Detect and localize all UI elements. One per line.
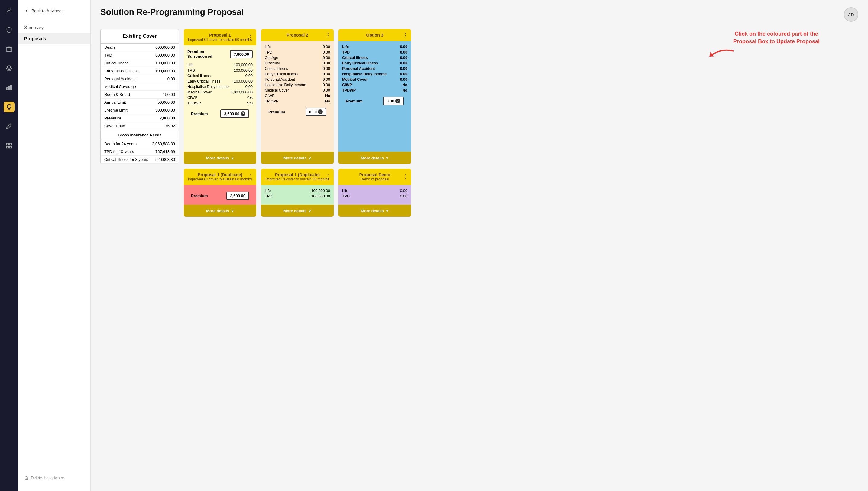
sidebar-icon-layers[interactable]: [4, 63, 14, 74]
p2-premium-row: Premium 0.00 ?: [265, 106, 330, 118]
ec-row-rb: Room & Board150.00: [101, 91, 179, 98]
proposal1-subtitle: Improved CI cover to sustain 60 months: [187, 37, 253, 42]
pdemo-more-details-button[interactable]: More details ∨: [338, 205, 411, 217]
p2-row-mc: Medical Cover0.00: [265, 88, 330, 93]
premium-surrendered-row: Premium Surrenderred 7,800.00: [187, 48, 253, 60]
svg-rect-2: [6, 48, 12, 51]
p2-more-details-button[interactable]: More details ∨: [261, 152, 334, 164]
p1dup-header[interactable]: Proposal 1 (Duplicate) Improved CI cover…: [184, 169, 256, 185]
nav-proposals[interactable]: Proposals: [18, 33, 90, 44]
ec-row-ll: Lifetime Limit500,000.00: [101, 107, 179, 114]
ec-gross-ci: Critical Illness for 3 years520,003.80: [101, 156, 179, 164]
p1dup-premium-row: Premium 3,600.00: [187, 190, 253, 202]
sidebar-icon-grid[interactable]: [4, 140, 14, 151]
p1dup2-header[interactable]: Proposal 1 (Duplicate) Improved CI cover…: [261, 169, 334, 185]
proposal2-header[interactable]: Proposal 2 ⋮: [261, 29, 334, 41]
sidebar-icon-bulb[interactable]: [4, 102, 14, 113]
option3-card[interactable]: Option 3 ⋮ Life0.00 TPD0.00 Critical Ill…: [338, 29, 411, 164]
ec-row-premium: Premium7,800.00: [101, 114, 179, 122]
proposal2-body[interactable]: Life0.00 TPD0.00 Old Age0.00 Disability0…: [261, 41, 334, 152]
sidebar-icon-camera[interactable]: [4, 44, 14, 54]
o3-row-pa: Personal Accident0.00: [342, 66, 408, 71]
p1-info-icon[interactable]: ?: [241, 111, 245, 116]
p2-row-tpd: TPD0.00: [265, 50, 330, 55]
delete-advisee-button[interactable]: Delete this advisee: [18, 471, 90, 485]
bottom-cards-row: Proposal 1 (Duplicate) Improved CI cover…: [100, 169, 858, 217]
p1-premium-value: 3,600.00 ?: [220, 110, 249, 118]
o3-info-icon[interactable]: ?: [395, 98, 400, 104]
o3-premium-value: 0.00 ?: [383, 97, 404, 105]
ec-gross-death: Death for 24 years2,060,588.89: [101, 140, 179, 148]
p2-row-life: Life0.00: [265, 44, 330, 50]
proposal1-menu[interactable]: ⋮: [248, 34, 253, 40]
option3-header[interactable]: Option 3 ⋮: [338, 29, 411, 41]
o3-row-tpdwp: TPDWPNo: [342, 88, 408, 93]
pdemo-body[interactable]: Life0.00 TPD0.00: [338, 185, 411, 205]
svg-rect-9: [7, 146, 8, 148]
proposal1-header[interactable]: Proposal 1 Improved CI cover to sustain …: [184, 29, 256, 45]
o3-row-life: Life0.00: [342, 44, 408, 50]
proposal1-card[interactable]: Proposal 1 Improved CI cover to sustain …: [184, 29, 256, 164]
svg-point-1: [8, 48, 10, 50]
existing-cover-title: Existing Cover: [101, 29, 179, 44]
back-to-advisees-button[interactable]: Back to Advisees: [18, 6, 90, 16]
option3-menu[interactable]: ⋮: [402, 32, 408, 38]
proposal1-dup2-card[interactable]: Proposal 1 (Duplicate) Improved CI cover…: [261, 169, 334, 217]
option3-more-details-button[interactable]: More details ∨: [338, 152, 411, 164]
avatar: JD: [844, 7, 858, 22]
o3-row-tpd: TPD0.00: [342, 50, 408, 55]
svg-rect-7: [7, 143, 8, 145]
nav-summary[interactable]: Summary: [18, 22, 90, 33]
p1dup2-subtitle: Improved CI cover to sustain 60 months: [264, 177, 331, 181]
p2-premium-label: Premium: [268, 110, 285, 114]
sidebar-icon-person[interactable]: [4, 5, 14, 16]
svg-rect-10: [10, 146, 11, 148]
p1dup2-row-tpd: TPD100,000.00: [265, 194, 330, 199]
p1-row-tpdwp: TPDWPYes: [187, 100, 253, 106]
p1dup-premium-value: 3,600.00: [227, 192, 249, 200]
p2-row-pa: Personal Accident0.00: [265, 77, 330, 82]
p1-row-ciwp: CIWPYes: [187, 95, 253, 100]
ec-gross-title: Gross Insurance Needs: [101, 130, 179, 140]
p1dup-premium-label: Premium: [191, 194, 208, 198]
p1-row-mc: Medical Cover1,000,000.00: [187, 89, 253, 95]
p2-info-icon[interactable]: ?: [318, 110, 323, 114]
pdemo-menu[interactable]: ⋮: [402, 174, 408, 180]
proposal1-dup-card[interactable]: Proposal 1 (Duplicate) Improved CI cover…: [184, 169, 256, 217]
pdemo-header[interactable]: Proposal Demo Demo of proposal ⋮: [338, 169, 411, 185]
option3-body[interactable]: Life0.00 TPD0.00 Critical Illness0.00 Ea…: [338, 41, 411, 152]
o3-row-mc: Medical Cover0.00: [342, 77, 408, 82]
svg-point-0: [8, 8, 10, 10]
sidebar-icon-shield[interactable]: [4, 24, 14, 35]
p1dup-body[interactable]: Premium 3,600.00: [184, 185, 256, 205]
p1dup2-body[interactable]: Life100,000.00 TPD100,000.00: [261, 185, 334, 205]
proposal2-title: Proposal 2: [264, 33, 331, 37]
p1dup-menu[interactable]: ⋮: [248, 174, 253, 180]
svg-rect-6: [10, 85, 12, 90]
sidebar: [0, 0, 18, 491]
o3-premium-label: Premium: [346, 99, 363, 104]
p1-row-hdi: Hospitalise Daily Income0.00: [187, 84, 253, 89]
pdemo-title: Proposal Demo: [341, 172, 408, 177]
p2-row-ci: Critical Illness0.00: [265, 66, 330, 71]
p1-more-details-button[interactable]: More details ∨: [184, 152, 256, 164]
p1-row-ci: Critical Illness0.00: [187, 73, 253, 79]
p1dup-more-details-button[interactable]: More details ∨: [184, 205, 256, 217]
proposal1-body[interactable]: Premium Surrenderred 7,800.00 Life100,00…: [184, 45, 256, 152]
proposal-demo-card[interactable]: Proposal Demo Demo of proposal ⋮ Life0.0…: [338, 169, 411, 217]
p1dup2-title: Proposal 1 (Duplicate): [264, 172, 331, 177]
sidebar-icon-pen[interactable]: [4, 121, 14, 132]
ec-row-mc: Medical Coverage: [101, 83, 179, 91]
ec-row-eci: Early Critical Illness100,000.00: [101, 67, 179, 75]
proposal2-card[interactable]: Proposal 2 ⋮ Life0.00 TPD0.00 Old Age0.0…: [261, 29, 334, 164]
p2-premium-value: 0.00 ?: [305, 108, 326, 116]
o3-row-ci: Critical Illness0.00: [342, 55, 408, 60]
o3-premium-row: Premium 0.00 ?: [342, 95, 408, 107]
p1dup2-more-details-button[interactable]: More details ∨: [261, 205, 334, 217]
proposal2-menu[interactable]: ⋮: [325, 32, 331, 38]
p1dup2-menu[interactable]: ⋮: [325, 174, 331, 180]
page-header: Solution Re-Programming Proposal JD: [100, 7, 858, 22]
page-title: Solution Re-Programming Proposal: [100, 7, 244, 17]
ec-row-death: Death600,000.00: [101, 44, 179, 51]
sidebar-icon-chart[interactable]: [4, 82, 14, 93]
